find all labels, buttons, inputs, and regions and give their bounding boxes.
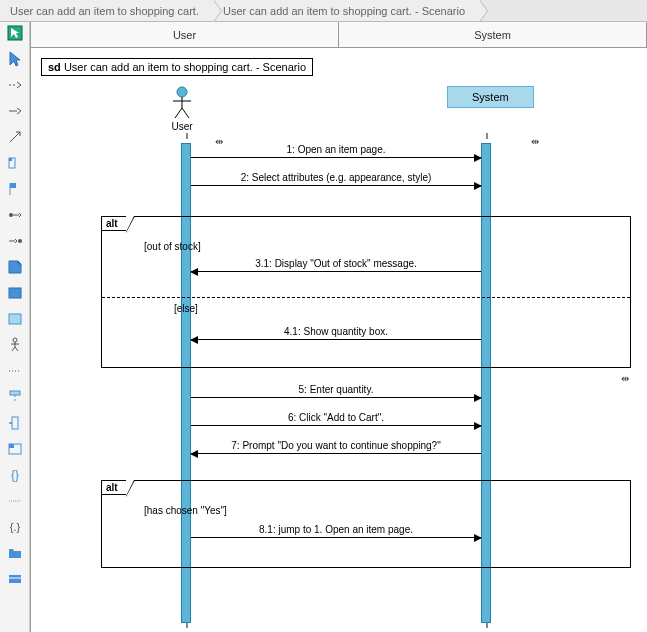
- svg-rect-20: [10, 391, 20, 395]
- lane-user[interactable]: User: [31, 22, 339, 47]
- folder-icon[interactable]: [6, 544, 24, 562]
- actor-user[interactable]: User: [167, 86, 197, 132]
- link-solid-icon[interactable]: [6, 102, 24, 120]
- resize-handle-icon[interactable]: ⇹: [531, 136, 539, 147]
- alt-guard-outofstock: [out of stock]: [144, 241, 201, 252]
- diagram-title: sd User can add an item to shopping cart…: [41, 58, 313, 76]
- breadcrumb: User can add an item to shopping cart. U…: [0, 0, 647, 22]
- svg-line-35: [182, 108, 189, 118]
- message-4-1[interactable]: 4.1: Show quantity box.: [191, 326, 481, 340]
- stickman-icon: [167, 86, 197, 120]
- message-6[interactable]: 6: Click "Add to Cart".: [191, 412, 481, 426]
- note-icon[interactable]: [6, 258, 24, 276]
- tool-palette: {} {.}: [0, 22, 30, 632]
- alt-separator: [102, 297, 630, 298]
- svg-line-3: [10, 132, 20, 142]
- svg-point-8: [9, 213, 13, 217]
- lost-msg-icon[interactable]: [6, 232, 24, 250]
- svg-rect-12: [9, 288, 21, 298]
- alt-frame-1[interactable]: alt [out of stock] [else]: [101, 216, 631, 368]
- message-7[interactable]: 7: Prompt "Do you want to continue shopp…: [191, 440, 481, 454]
- breadcrumb-item-2[interactable]: User can add an item to shopping cart. -…: [213, 0, 479, 21]
- actor-user-label: User: [167, 121, 197, 132]
- alt-label-2: alt: [101, 480, 126, 495]
- fragment-icon[interactable]: [6, 440, 24, 458]
- svg-text:{.}: {.}: [9, 521, 20, 533]
- found-msg-icon[interactable]: [6, 206, 24, 224]
- resize-handle-icon[interactable]: ⇹: [621, 373, 629, 384]
- svg-rect-25: [9, 444, 14, 448]
- card-icon[interactable]: [6, 570, 24, 588]
- link-diag-icon[interactable]: [6, 128, 24, 146]
- message-8-1[interactable]: 8.1: jump to 1. Open an item page.: [191, 524, 481, 538]
- panel-icon[interactable]: [6, 310, 24, 328]
- alt-guard-else: [else]: [174, 303, 198, 314]
- svg-rect-29: [9, 575, 21, 583]
- diagram-canvas[interactable]: User System sd User can add an item to s…: [30, 22, 647, 632]
- svg-rect-5: [9, 158, 12, 161]
- message-2[interactable]: 2: Select attributes (e.g. appearance, s…: [191, 172, 481, 186]
- svg-rect-22: [12, 417, 18, 429]
- constraint-icon[interactable]: {}: [6, 466, 24, 484]
- flag-icon[interactable]: [6, 180, 24, 198]
- link-dashed-icon[interactable]: [6, 76, 24, 94]
- dotted-icon[interactable]: [6, 362, 24, 380]
- svg-line-18: [15, 347, 18, 351]
- svg-point-31: [177, 87, 187, 97]
- svg-line-34: [175, 108, 182, 118]
- svg-line-17: [12, 347, 15, 351]
- message-3-1[interactable]: 3.1: Display "Out of stock" message.: [191, 258, 481, 272]
- lifeline-icon[interactable]: [6, 388, 24, 406]
- rect-brace-icon[interactable]: [6, 154, 24, 172]
- cursor-tool-icon[interactable]: [6, 24, 24, 42]
- breadcrumb-item-1[interactable]: User can add an item to shopping cart.: [0, 0, 213, 21]
- actor-system-label: System: [447, 86, 534, 108]
- actor-system[interactable]: System: [447, 86, 534, 108]
- svg-point-14: [13, 338, 17, 342]
- pointer-icon[interactable]: [6, 50, 24, 68]
- gate-icon[interactable]: [6, 414, 24, 432]
- svg-point-11: [18, 239, 22, 243]
- braces-icon[interactable]: {.}: [6, 518, 24, 536]
- message-1[interactable]: 1: Open an item page.: [191, 144, 481, 158]
- separator-icon[interactable]: [6, 492, 24, 510]
- message-5[interactable]: 5: Enter quantity.: [191, 384, 481, 398]
- lane-system[interactable]: System: [339, 22, 647, 47]
- svg-text:{}: {}: [10, 468, 18, 482]
- alt-label-1: alt: [101, 216, 126, 231]
- svg-rect-13: [9, 314, 21, 324]
- svg-rect-6: [10, 183, 16, 188]
- note2-icon[interactable]: [6, 284, 24, 302]
- actor-icon[interactable]: [6, 336, 24, 354]
- alt-guard-yes: [has chosen "Yes"]: [144, 505, 227, 516]
